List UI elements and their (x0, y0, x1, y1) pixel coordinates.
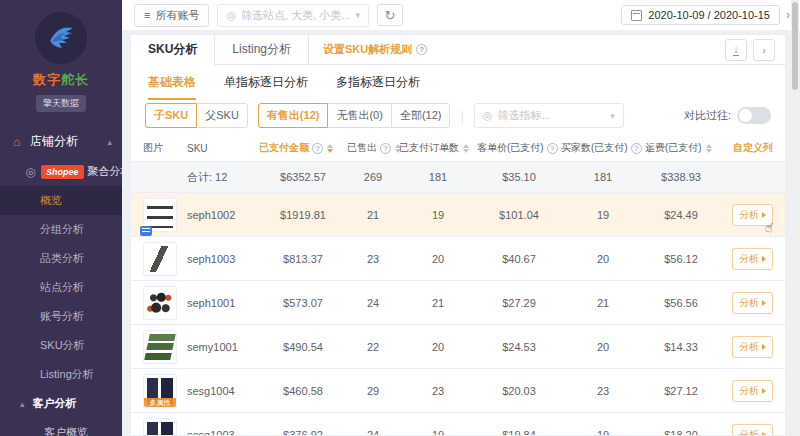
refresh-icon: ↻ (385, 8, 396, 23)
sort-icon[interactable] (706, 141, 712, 156)
app-window: 数字舵长 擎天数据 ⌂ 店铺分析 ▴ ◎ Shopee 聚合分析 概览 分组分析… (0, 0, 800, 436)
table-row[interactable]: seph1001 $573.07 24 21 $27.29 21 $56.56 … (131, 281, 785, 325)
shipping-cell: $56.12 (645, 253, 717, 265)
column-header-avg-price[interactable]: 客单价(已支付) ? (477, 141, 561, 155)
sku-cell: semy1001 (187, 341, 259, 353)
table-row[interactable]: seph1003 $813.37 23 20 $40.67 20 $56.12 … (131, 237, 785, 281)
unsold-button[interactable]: 无售出(0) (327, 103, 391, 128)
subtab-single-metric[interactable]: 单指标逐日分析 (224, 74, 308, 98)
column-header-sku: SKU (187, 143, 259, 154)
shipping-cell: $18.20 (645, 429, 717, 436)
vertical-scrollbar[interactable] (791, 0, 799, 436)
sidebar-item-category-analysis[interactable]: 品类分析 (0, 244, 122, 273)
table-row[interactable]: sesg1003 $376.92 24 19 $19.84 19 $18.20 … (131, 413, 785, 435)
sort-icon[interactable] (463, 141, 469, 156)
sidebar-item-label: 品类分析 (40, 251, 84, 266)
help-icon[interactable]: ? (631, 143, 642, 154)
sort-icon[interactable] (327, 141, 333, 156)
sidebar-item-label: 聚合分析 (88, 164, 122, 179)
tab-bar: SKU分析 Listing分析 设置SKU解析规则 ? ↓ › (131, 35, 785, 65)
shipping-cell: $14.33 (645, 341, 717, 353)
amount-cell: $813.37 (259, 253, 347, 265)
table-row[interactable]: seph1002 $1919.81 21 19 $101.04 19 $24.4… (131, 193, 785, 237)
site-filter-select[interactable]: ◎ 筛选站点, 大类, 小类... ▾ (217, 4, 369, 27)
date-range-picker[interactable]: 2020-10-09 / 2020-10-15 (621, 5, 780, 25)
compare-past-toggle[interactable] (737, 107, 771, 124)
compare-past-label: 对比过往: (684, 108, 731, 123)
product-thumbnail[interactable] (143, 418, 177, 436)
custom-columns-link[interactable]: 自定义列 (717, 141, 773, 155)
column-header-buyers[interactable]: 买家数(已支付) ? (561, 141, 645, 156)
column-header-label: SKU (187, 143, 208, 154)
analyze-button[interactable]: 分析 (732, 292, 773, 314)
subtab-basic-table[interactable]: 基础表格 (148, 74, 196, 100)
analyze-button[interactable]: 分析 (732, 248, 773, 270)
product-thumbnail[interactable] (143, 242, 177, 276)
help-icon[interactable]: ? (380, 143, 391, 154)
sidebar-item-label: 客户分析 (33, 396, 77, 411)
sidebar-item-aggregate[interactable]: ◎ Shopee 聚合分析 (0, 157, 122, 186)
caret-right-icon (762, 256, 766, 262)
column-header-label: 已支付金额 (259, 141, 309, 155)
custom-columns-label: 自定义列 (733, 141, 773, 155)
analyze-button[interactable]: 分析 (732, 204, 773, 226)
help-icon[interactable]: ? (416, 44, 427, 55)
sku-parse-rules-link[interactable]: 设置SKU解析规则 ? (323, 42, 427, 57)
all-accounts-button[interactable]: ≡ 所有账号 (134, 4, 209, 27)
sidebar-item-group-analysis[interactable]: 分组分析 (0, 215, 122, 244)
download-button[interactable]: ↓ (725, 39, 747, 61)
amount-cell: $376.92 (259, 429, 347, 436)
globe-icon: ◎ (483, 109, 493, 122)
sidebar-item-listing-analysis[interactable]: Listing分析 (0, 360, 122, 389)
orders-cell: 23 (399, 385, 477, 397)
price-cell: $19.84 (477, 429, 561, 436)
compare-past: 对比过往: (684, 107, 771, 124)
sku-type-segment: 子SKU 父SKU (145, 103, 248, 128)
all-button[interactable]: 全部(12) (391, 103, 451, 128)
next-panel-button[interactable]: › (753, 39, 775, 61)
caret-right-icon (762, 212, 766, 218)
tab-listing-analysis[interactable]: Listing分析 (215, 35, 309, 65)
sidebar-item-account-analysis[interactable]: 账号分析 (0, 302, 122, 331)
sidebar-item-label: SKU分析 (40, 338, 85, 353)
product-thumbnail[interactable]: 多属性 (143, 374, 177, 408)
refresh-button[interactable]: ↻ (377, 4, 403, 26)
caret-right-icon (762, 388, 766, 394)
column-header-shipping[interactable]: 运费(已支付) (645, 141, 717, 156)
product-thumbnail[interactable] (143, 330, 177, 364)
main-area: ≡ 所有账号 ◎ 筛选站点, 大类, 小类... ▾ ↻ 2020-10-09 … (122, 0, 800, 436)
analyze-button[interactable]: 分析 (732, 424, 773, 436)
child-sku-button[interactable]: 子SKU (145, 103, 197, 128)
analyze-button[interactable]: 分析 (732, 380, 773, 402)
column-header-paid-orders[interactable]: 已支付订单数 (399, 141, 477, 156)
subtab-multi-metric[interactable]: 多指标逐日分析 (336, 74, 420, 98)
sidebar-item-overview[interactable]: 概览 (0, 186, 122, 215)
sidebar: 数字舵长 擎天数据 ⌂ 店铺分析 ▴ ◎ Shopee 聚合分析 概览 分组分析… (0, 0, 122, 436)
help-icon[interactable]: ? (312, 143, 323, 154)
buyers-cell: 21 (561, 297, 645, 309)
column-header-paid-amount[interactable]: 已支付金额 ? (259, 141, 347, 156)
analyze-label: 分析 (739, 296, 759, 310)
sidebar-item-customer-analysis[interactable]: ▴ 客户分析 (0, 389, 122, 418)
product-thumbnail[interactable] (143, 286, 177, 320)
sidebar-item-shop-analysis[interactable]: ⌂ 店铺分析 ▴ (0, 126, 122, 157)
amount-cell: $573.07 (259, 297, 347, 309)
analyze-button[interactable]: 分析 (732, 336, 773, 358)
column-header-sold[interactable]: 已售出 ? (347, 141, 399, 156)
tab-label: SKU分析 (148, 42, 197, 56)
metric-filter-select[interactable]: ◎ 筛选指标... ▾ (474, 103, 624, 128)
sold-button[interactable]: 有售出(12) (258, 103, 329, 128)
table-row[interactable]: semy1001 $490.54 22 20 $24.53 20 $14.33 … (131, 325, 785, 369)
collapse-panel-arrow[interactable]: › (786, 8, 790, 22)
product-thumbnail[interactable] (143, 198, 177, 232)
help-icon[interactable]: ? (547, 143, 558, 154)
orders-cell: 21 (399, 297, 477, 309)
sold-filter-segment: 有售出(12) 无售出(0) 全部(12) (258, 103, 451, 128)
sidebar-item-customer-overview[interactable]: 客户概览 (0, 418, 122, 436)
table-row[interactable]: 多属性 sesg1004 $460.58 29 23 $20.03 23 $27… (131, 369, 785, 413)
scrollbar-thumb[interactable] (792, 2, 798, 90)
parent-sku-button[interactable]: 父SKU (196, 103, 248, 128)
sidebar-item-sku-analysis[interactable]: SKU分析 (0, 331, 122, 360)
tab-sku-analysis[interactable]: SKU分析 (131, 35, 215, 65)
sidebar-item-site-analysis[interactable]: 站点分析 (0, 273, 122, 302)
